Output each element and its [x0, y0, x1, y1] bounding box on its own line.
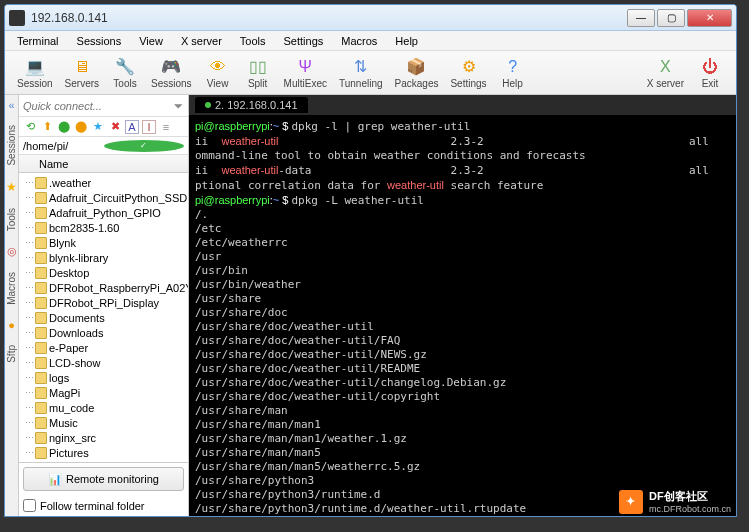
vtab-sftp[interactable]: Sftp	[5, 341, 18, 367]
home-icon[interactable]: ⬤	[74, 120, 88, 134]
file-tree[interactable]: ⋯.weather⋯Adafruit_CircuitPython_SSD1...…	[19, 173, 188, 462]
titlebar[interactable]: 192.168.0.141 — ▢ ✕	[5, 5, 736, 31]
tool-label: Split	[248, 78, 267, 89]
tree-item[interactable]: ⋯.weather	[19, 175, 188, 190]
watermark-main: DF创客社区	[649, 490, 708, 502]
tree-item[interactable]: ⋯LCD-show	[19, 355, 188, 370]
tree-item[interactable]: ⋯DFRobot_RaspberryPi_A02YY...	[19, 280, 188, 295]
tree-item[interactable]: ⋯nginx_src	[19, 430, 188, 445]
list-icon[interactable]: ≡	[159, 120, 173, 134]
tree-item[interactable]: ⋯Adafruit_CircuitPython_SSD1...	[19, 190, 188, 205]
tree-item-label: DFRobot_RPi_Display	[49, 297, 159, 309]
close-button[interactable]: ✕	[687, 9, 732, 27]
star-icon[interactable]: ★	[6, 180, 17, 194]
tree-item-label: Documents	[49, 312, 105, 324]
tree-item-label: Adafruit_CircuitPython_SSD1...	[49, 192, 188, 204]
tool-label: Tools	[113, 78, 136, 89]
tree-item[interactable]: ⋯mu_code	[19, 400, 188, 415]
collapse-icon[interactable]: «	[8, 99, 14, 111]
minimize-button[interactable]: —	[627, 9, 655, 27]
tool-session[interactable]: 💻Session	[11, 55, 59, 91]
sidebar-toolbar: ⟲ ⬆ ⬤ ⬤ ★ ✖ A I ≡	[19, 117, 188, 137]
tree-item[interactable]: ⋯e-Paper	[19, 340, 188, 355]
tree-item[interactable]: ⋯MagPi	[19, 385, 188, 400]
bookmark-icon[interactable]: ★	[91, 120, 105, 134]
terminal-output[interactable]: pi@raspberrypi:~ $ dpkg -l | grep weathe…	[189, 115, 736, 516]
menu-x-server[interactable]: X server	[173, 33, 230, 49]
menu-view[interactable]: View	[131, 33, 171, 49]
follow-checkbox-input[interactable]	[23, 499, 36, 512]
tree-item[interactable]: ⋯Music	[19, 415, 188, 430]
remote-monitoring-button[interactable]: 📊 Remote monitoring	[23, 467, 184, 491]
sftp-icon[interactable]: ●	[8, 319, 15, 331]
vtab-tools[interactable]: Tools	[5, 204, 18, 235]
tree-item[interactable]: ⋯Adafruit_Python_GPIO	[19, 205, 188, 220]
tool-multiexec[interactable]: ΨMultiExec	[278, 55, 333, 91]
tree-item-label: .weather	[49, 177, 91, 189]
tree-item-label: Adafruit_Python_GPIO	[49, 207, 161, 219]
tool-label: Exit	[702, 78, 719, 89]
path-bar[interactable]: /home/pi/ ✓	[19, 137, 188, 155]
tree-item[interactable]: ⋯Blynk	[19, 235, 188, 250]
quick-connect-bar: ⏷	[19, 95, 188, 117]
tree-item[interactable]: ⋯Documents	[19, 310, 188, 325]
tree-item[interactable]: ⋯Desktop	[19, 265, 188, 280]
tool-exit[interactable]: ⏻Exit	[690, 55, 730, 91]
tunneling-icon: ⇅	[351, 57, 371, 77]
tree-item-label: mu_code	[49, 402, 94, 414]
sidebar: ⏷ ⟲ ⬆ ⬤ ⬤ ★ ✖ A I ≡ /home/pi/ ✓ Name ⋯.w…	[19, 95, 189, 516]
tool-label: Sessions	[151, 78, 192, 89]
tool-tools[interactable]: 🔧Tools	[105, 55, 145, 91]
vertical-tab-strip: « Sessions ★ Tools ◎ Macros ● Sftp	[5, 95, 19, 516]
dropdown-icon[interactable]: ⏷	[173, 100, 184, 112]
path-ok-icon: ✓	[104, 140, 185, 152]
vtab-macros[interactable]: Macros	[5, 268, 18, 309]
tool-label: Packages	[395, 78, 439, 89]
delete-icon[interactable]: ✖	[108, 120, 122, 134]
tree-item[interactable]: ⋯blynk-library	[19, 250, 188, 265]
tool-help[interactable]: ?Help	[493, 55, 533, 91]
tree-item[interactable]: ⋯DFRobot_RPi_Display	[19, 295, 188, 310]
tool-x-server[interactable]: XX server	[641, 55, 690, 91]
x server-icon: X	[655, 57, 675, 77]
servers-icon: 🖥	[72, 57, 92, 77]
tree-item[interactable]: ⋯Downloads	[19, 325, 188, 340]
menu-sessions[interactable]: Sessions	[69, 33, 130, 49]
tree-item-label: Music	[49, 417, 78, 429]
refresh-icon[interactable]: ⟲	[23, 120, 37, 134]
tree-item[interactable]: ⋯bcm2835-1.60	[19, 220, 188, 235]
tree-item[interactable]: ⋯Pictures	[19, 445, 188, 460]
tree-item-label: logs	[49, 372, 69, 384]
tool-packages[interactable]: 📦Packages	[389, 55, 445, 91]
tool-sessions[interactable]: 🎮Sessions	[145, 55, 198, 91]
tool-view[interactable]: 👁View	[198, 55, 238, 91]
tool-servers[interactable]: 🖥Servers	[59, 55, 105, 91]
tree-header[interactable]: Name	[19, 155, 188, 173]
tree-item-label: MagPi	[49, 387, 80, 399]
filter-i-icon[interactable]: I	[142, 120, 156, 134]
find-icon[interactable]: ⬤	[57, 120, 71, 134]
menu-terminal[interactable]: Terminal	[9, 33, 67, 49]
quick-connect-input[interactable]	[23, 100, 173, 112]
toolbar: 💻Session🖥Servers🔧Tools🎮Sessions👁View▯▯Sp…	[5, 51, 736, 95]
menu-settings[interactable]: Settings	[276, 33, 332, 49]
filter-a-icon[interactable]: A	[125, 120, 139, 134]
terminal-tab[interactable]: 2. 192.168.0.141	[195, 97, 308, 113]
session-icon: 💻	[25, 57, 45, 77]
tool-tunneling[interactable]: ⇅Tunneling	[333, 55, 389, 91]
menu-tools[interactable]: Tools	[232, 33, 274, 49]
multiexec-icon: Ψ	[295, 57, 315, 77]
maximize-button[interactable]: ▢	[657, 9, 685, 27]
tool-split[interactable]: ▯▯Split	[238, 55, 278, 91]
menu-macros[interactable]: Macros	[333, 33, 385, 49]
tree-item[interactable]: ⋯logs	[19, 370, 188, 385]
menu-help[interactable]: Help	[387, 33, 426, 49]
tab-status-icon	[205, 102, 211, 108]
menubar: TerminalSessionsViewX serverToolsSetting…	[5, 31, 736, 51]
macros-icon[interactable]: ◎	[7, 245, 17, 258]
tree-item[interactable]: ⋯Public	[19, 460, 188, 462]
follow-terminal-checkbox[interactable]: Follow terminal folder	[19, 495, 188, 516]
vtab-sessions[interactable]: Sessions	[5, 121, 18, 170]
tool-settings[interactable]: ⚙Settings	[444, 55, 492, 91]
up-icon[interactable]: ⬆	[40, 120, 54, 134]
